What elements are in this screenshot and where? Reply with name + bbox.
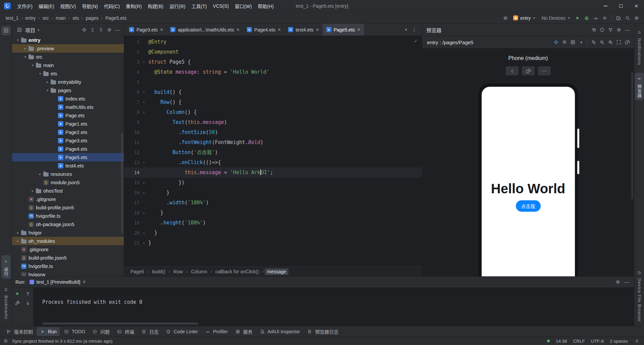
layers-button[interactable] bbox=[560, 38, 569, 46]
run-button[interactable] bbox=[574, 14, 582, 22]
editor-breadcrumb-callback for onClick()[interactable]: callback for onClick() bbox=[213, 268, 261, 275]
line-number[interactable]: 11 bbox=[124, 137, 140, 147]
editor-tab-application\...\mathUtils.ets[interactable]: eapplication\...\mathUtils.ets× bbox=[167, 24, 243, 36]
line-ending-widget[interactable]: CRLF bbox=[573, 339, 585, 344]
code-line-8[interactable]: 8▾ Column() { bbox=[124, 107, 422, 117]
breadcrumb-item-Page5.ets[interactable]: Page5.ets bbox=[103, 15, 129, 21]
code-line-3[interactable]: 3▾struct Page5 { bbox=[124, 57, 422, 67]
editor-tab-Page3.ets[interactable]: ePage3.ets× bbox=[125, 24, 167, 36]
code-line-21[interactable]: 21▴} bbox=[124, 238, 422, 248]
prev-occurrence-button[interactable] bbox=[24, 290, 32, 298]
tree-item-main[interactable]: ▾main bbox=[12, 61, 124, 69]
line-number[interactable]: 6 bbox=[124, 87, 140, 97]
maximize-button[interactable] bbox=[613, 0, 629, 12]
tree-item-build-profile.json5[interactable]: {}build-profile.json5 bbox=[12, 254, 124, 262]
close-icon[interactable]: × bbox=[83, 279, 86, 285]
close-icon[interactable]: × bbox=[278, 27, 281, 32]
tool-button-问题[interactable]: 问题 bbox=[89, 327, 113, 336]
breadcrumb-item-src[interactable]: src bbox=[40, 15, 51, 21]
tree-item-hvigorfile.ts[interactable]: TShvigorfile.ts bbox=[12, 262, 124, 270]
tree-item-.preview[interactable]: ▸.preview bbox=[12, 44, 124, 53]
editor-breadcrumb-Column[interactable]: Column bbox=[189, 268, 209, 275]
multi-preview-button[interactable] bbox=[569, 38, 577, 46]
breadcrumb-item-main[interactable]: main bbox=[53, 15, 68, 21]
chevron-down-icon[interactable]: ▾ bbox=[30, 63, 36, 67]
next-occurrence-button[interactable] bbox=[24, 299, 32, 307]
tree-item-hvigorfile.ts[interactable]: TShvigorfile.ts bbox=[12, 212, 124, 220]
zoom-in-button[interactable] bbox=[606, 38, 614, 46]
code-editor[interactable]: ✓ 1@Entry2@Component3▾struct Page5 {4 @S… bbox=[124, 36, 422, 266]
code-line-10[interactable]: 10 .fontSize(50) bbox=[124, 127, 422, 137]
fold-marker-icon[interactable]: ▾ bbox=[140, 157, 148, 167]
expand-all-button[interactable] bbox=[97, 26, 105, 34]
tool-window-bookmarks-button[interactable]: Bookmarks bbox=[1, 283, 11, 322]
line-number[interactable]: 4 bbox=[124, 67, 140, 77]
line-number[interactable]: 9 bbox=[124, 117, 140, 127]
device-manager-button[interactable] bbox=[614, 14, 623, 22]
chevron-down-icon[interactable]: ▾ bbox=[38, 28, 39, 32]
project-scrollbar[interactable] bbox=[121, 133, 123, 233]
fit-to-screen-button[interactable] bbox=[615, 38, 623, 46]
line-number[interactable]: 13 bbox=[124, 157, 140, 167]
fold-marker-icon[interactable]: ▴ bbox=[140, 178, 148, 188]
tool-window-project-button[interactable] bbox=[1, 26, 11, 35]
tree-item-Index.ets[interactable]: eIndex.ets bbox=[12, 94, 124, 103]
zoom-out-button[interactable] bbox=[598, 38, 606, 46]
tree-item-hvigor[interactable]: ▸hvigor bbox=[12, 228, 124, 237]
tree-item-Page.ets[interactable]: ePage.ets bbox=[12, 111, 124, 120]
tool-window-notifications-button[interactable]: Notifications bbox=[635, 26, 644, 67]
code-line-5[interactable]: 5 bbox=[124, 77, 422, 87]
tool-window-device-file-browser-button[interactable]: Device File Browser bbox=[635, 267, 644, 324]
close-icon[interactable]: × bbox=[316, 27, 319, 32]
line-number[interactable]: 12 bbox=[124, 147, 140, 157]
tab-list-dropdown-icon[interactable]: ▾ bbox=[402, 27, 409, 32]
console-hscrollbar[interactable] bbox=[42, 323, 198, 325]
code-line-6[interactable]: 6▾ build() { bbox=[124, 87, 422, 97]
code-line-13[interactable]: 13▾ .onClick(()=>{ bbox=[124, 157, 422, 167]
code-line-11[interactable]: 11 .fontWeight(FontWeight.Bold) bbox=[124, 137, 422, 147]
menu-item-导航(N)[interactable]: 导航(N) bbox=[79, 1, 101, 11]
fold-marker-icon[interactable]: ▴ bbox=[140, 228, 148, 238]
fold-marker-icon[interactable]: ▴ bbox=[140, 238, 148, 248]
tree-item-test4.ets[interactable]: etest4.ets bbox=[12, 161, 124, 170]
menu-item-编辑(E)[interactable]: 编辑(E) bbox=[36, 1, 57, 11]
run-console[interactable]: Process finished with exit code 0 bbox=[34, 288, 634, 326]
editor-breadcrumb-Row[interactable]: Row bbox=[171, 268, 185, 275]
refresh-preview-button[interactable] bbox=[598, 26, 606, 34]
menu-item-代码(C)[interactable]: 代码(C) bbox=[101, 1, 123, 11]
debug-button[interactable] bbox=[583, 14, 591, 22]
chevron-down-icon[interactable]: ▾ bbox=[22, 55, 29, 59]
tool-window-run-button[interactable]: 运行 bbox=[1, 255, 11, 279]
close-icon[interactable]: × bbox=[357, 27, 360, 32]
encoding-widget[interactable]: UTF-8 bbox=[591, 339, 604, 344]
breadcrumb-item-pages[interactable]: pages bbox=[84, 15, 101, 21]
code-line-15[interactable]: 15▴ }) bbox=[124, 178, 422, 188]
chevron-down-icon[interactable]: ▾ bbox=[44, 88, 51, 92]
line-number[interactable]: 7 bbox=[124, 97, 140, 107]
tree-item-Page1.ets[interactable]: ePage1.ets bbox=[12, 120, 124, 128]
tool-button-终端[interactable]: 终端 bbox=[113, 327, 137, 336]
breadcrumb-item-ets[interactable]: ets bbox=[70, 15, 82, 21]
chevron-right-icon[interactable]: ▸ bbox=[30, 189, 36, 193]
rotate-device-button[interactable] bbox=[623, 38, 631, 46]
line-number[interactable]: 19 bbox=[124, 218, 140, 228]
settings-button[interactable] bbox=[633, 14, 641, 22]
fold-marker-icon[interactable]: ▴ bbox=[140, 188, 148, 198]
code-line-7[interactable]: 7▾ Row() { bbox=[124, 97, 422, 107]
preview-orientation-button[interactable] bbox=[522, 66, 535, 75]
code-line-14[interactable]: 14 this.message = 'Hello ArkUI'; bbox=[124, 167, 422, 178]
filter-button[interactable] bbox=[606, 26, 614, 34]
hide-panel-button[interactable]: — bbox=[114, 26, 122, 34]
code-line-19[interactable]: 19 .height('100%') bbox=[124, 218, 422, 228]
tree-item-src[interactable]: ▾src bbox=[12, 53, 124, 61]
tree-item-build-profile.json5[interactable]: {}build-profile.json5 bbox=[12, 203, 124, 212]
editor-tab-test4.ets[interactable]: etest4.ets× bbox=[284, 24, 322, 36]
stop-button[interactable] bbox=[601, 14, 609, 22]
code-line-17[interactable]: 17 .width('100%') bbox=[124, 198, 422, 208]
code-line-20[interactable]: 20▴ } bbox=[124, 228, 422, 238]
tree-item-ets[interactable]: ▾ets bbox=[12, 69, 124, 78]
profiler-button[interactable] bbox=[592, 14, 600, 22]
editor-breadcrumb-message[interactable]: message bbox=[265, 268, 288, 275]
editor-breadcrumb-build()[interactable]: build() bbox=[150, 268, 168, 275]
search-everywhere-button[interactable] bbox=[624, 14, 632, 22]
